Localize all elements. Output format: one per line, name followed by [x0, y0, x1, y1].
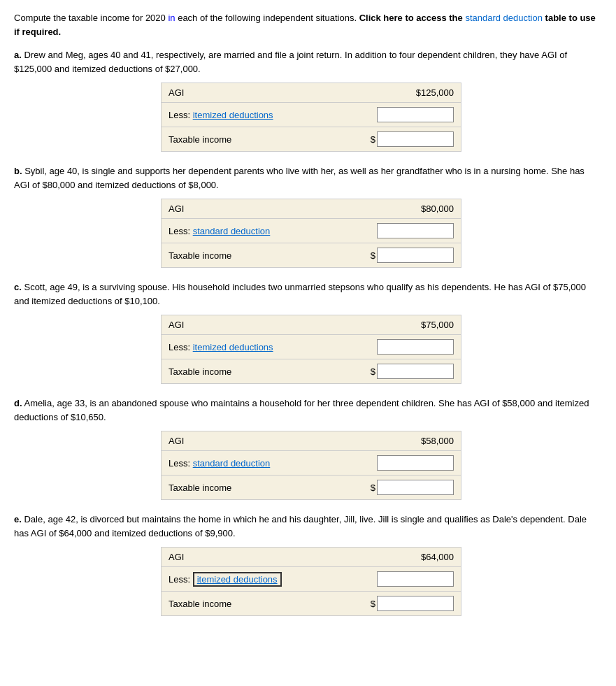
- problem-e-text: e. Dale, age 42, is divorced but maintai…: [14, 513, 602, 540]
- problem-e-agi-value: $64,000: [326, 548, 461, 567]
- problem-a-table: AGI $125,000 Less: itemized deductions T…: [161, 83, 461, 152]
- problem-e-deduction-box: itemized deductions: [193, 572, 282, 587]
- problem-c-text: c. Scott, age 49, is a surviving spouse.…: [14, 280, 602, 308]
- problem-a-text: a. Drew and Meg, ages 40 and 41, respect…: [14, 48, 602, 76]
- problem-e-dollar-wrapper: $: [333, 596, 454, 611]
- problem-b-less-input-cell: [326, 219, 461, 243]
- problem-a-taxable-label: Taxable income: [162, 127, 327, 152]
- problem-b-agi-row: AGI $80,000: [162, 199, 461, 219]
- problem-b-text: b. Sybil, age 40, is single and supports…: [14, 164, 602, 192]
- problem-e-table: AGI $64,000 Less: itemized deductions Ta…: [161, 547, 461, 616]
- problem-b-less-row: Less: standard deduction: [162, 219, 461, 243]
- problem-d-taxable-label: Taxable income: [162, 476, 327, 500]
- problem-e-label: e.: [14, 514, 22, 524]
- problem-e-agi-label: AGI: [162, 548, 327, 567]
- problem-a-dollar-sign: $: [371, 134, 375, 145]
- problem-d-table: AGI $58,000 Less: standard deduction Tax…: [161, 431, 461, 500]
- problem-e-taxable-input[interactable]: [377, 596, 454, 611]
- problem-d: d. Amelia, age 33, is an abandoned spous…: [14, 396, 602, 500]
- problem-b-taxable-input-cell: $: [326, 243, 461, 268]
- problem-c: c. Scott, age 49, is a surviving spouse.…: [14, 280, 602, 384]
- problem-e-dollar-sign: $: [371, 599, 375, 609]
- problem-c-taxable-row: Taxable income $: [162, 359, 461, 384]
- problem-d-less-row: Less: standard deduction: [162, 451, 461, 476]
- problem-e-taxable-label: Taxable income: [162, 592, 327, 616]
- problem-d-dollar-sign: $: [371, 483, 375, 493]
- problem-a-agi-label: AGI: [162, 83, 327, 103]
- problem-e-table-wrapper: AGI $64,000 Less: itemized deductions Ta…: [161, 547, 461, 616]
- problem-c-taxable-input[interactable]: [377, 364, 454, 379]
- problem-c-table: AGI $75,000 Less: itemized deductions Ta…: [161, 315, 461, 384]
- problem-a-table-wrapper: AGI $125,000 Less: itemized deductions T…: [161, 83, 461, 152]
- problem-d-deduction-link[interactable]: standard deduction: [193, 458, 271, 469]
- intro-year-highlight: in: [168, 13, 175, 23]
- problem-b-taxable-label: Taxable income: [162, 243, 327, 268]
- problem-c-deduction-link[interactable]: itemized deductions: [193, 342, 273, 352]
- problem-d-taxable-input-cell: $: [326, 476, 461, 500]
- problem-d-less-input[interactable]: [377, 455, 454, 471]
- problem-d-text: d. Amelia, age 33, is an abandoned spous…: [14, 396, 602, 424]
- problem-a-less-input[interactable]: [377, 107, 454, 122]
- problem-e-taxable-input-cell: $: [326, 592, 461, 616]
- problem-b-table-wrapper: AGI $80,000 Less: standard deduction Tax…: [161, 199, 461, 268]
- intro-text: Compute the taxable income for 2020 in e…: [14, 11, 602, 38]
- problem-c-agi-value: $75,000: [326, 315, 461, 335]
- problem-b-dollar-sign: $: [371, 250, 375, 261]
- problem-d-less-label: Less: standard deduction: [162, 451, 327, 476]
- problem-a-less-label: Less: itemized deductions: [162, 103, 327, 127]
- problem-a-less-row: Less: itemized deductions: [162, 103, 461, 127]
- problem-b-dollar-wrapper: $: [333, 248, 454, 263]
- problem-b-taxable-input[interactable]: [377, 248, 454, 263]
- problem-c-less-input-cell: [326, 335, 461, 359]
- problem-c-less-label: Less: itemized deductions: [162, 335, 327, 359]
- problem-b-table: AGI $80,000 Less: standard deduction Tax…: [161, 199, 461, 268]
- problem-b-deduction-link[interactable]: standard deduction: [193, 226, 271, 236]
- problem-d-agi-label: AGI: [162, 431, 327, 451]
- problem-a-less-input-cell: [326, 103, 461, 127]
- problem-b-label: b.: [14, 166, 22, 176]
- problem-d-taxable-row: Taxable income $: [162, 476, 461, 500]
- intro-mid: each of the following independent situat…: [176, 13, 466, 23]
- problem-a-label: a.: [14, 50, 22, 60]
- problem-a-taxable-input-cell: $: [326, 127, 461, 152]
- problem-c-dollar-wrapper: $: [333, 364, 454, 379]
- problem-a-deduction-link[interactable]: itemized deductions: [193, 110, 273, 120]
- problem-d-label: d.: [14, 398, 22, 408]
- problem-d-agi-row: AGI $58,000: [162, 431, 461, 451]
- problem-c-table-wrapper: AGI $75,000 Less: itemized deductions Ta…: [161, 315, 461, 384]
- problem-d-dollar-wrapper: $: [333, 480, 454, 495]
- problem-b-taxable-row: Taxable income $: [162, 243, 461, 268]
- problem-b: b. Sybil, age 40, is single and supports…: [14, 164, 602, 268]
- problem-e-less-input-cell: [326, 567, 461, 592]
- problem-e-deduction-link[interactable]: itemized deductions: [197, 574, 278, 585]
- problem-a-dollar-wrapper: $: [333, 131, 454, 147]
- problem-a: a. Drew and Meg, ages 40 and 41, respect…: [14, 48, 602, 152]
- intro-prefix: Compute the taxable income for 2020: [14, 13, 168, 23]
- problem-d-less-input-cell: [326, 451, 461, 476]
- problem-a-agi-value: $125,000: [326, 83, 461, 103]
- problem-d-agi-value: $58,000: [326, 431, 461, 451]
- problem-d-taxable-input[interactable]: [377, 480, 454, 495]
- problem-b-less-label: Less: standard deduction: [162, 219, 327, 243]
- problem-c-taxable-input-cell: $: [326, 359, 461, 384]
- problem-a-taxable-input[interactable]: [377, 131, 454, 147]
- problem-e-taxable-row: Taxable income $: [162, 592, 461, 616]
- problem-b-agi-label: AGI: [162, 199, 327, 219]
- problem-e: e. Dale, age 42, is divorced but maintai…: [14, 513, 602, 616]
- problem-a-taxable-row: Taxable income $: [162, 127, 461, 152]
- problem-c-taxable-label: Taxable income: [162, 359, 327, 384]
- problem-c-label: c.: [14, 282, 22, 292]
- problem-e-agi-row: AGI $64,000: [162, 548, 461, 567]
- problem-a-agi-row: AGI $125,000: [162, 83, 461, 103]
- problem-c-agi-row: AGI $75,000: [162, 315, 461, 335]
- problem-e-less-row: Less: itemized deductions: [162, 567, 461, 592]
- problem-d-table-wrapper: AGI $58,000 Less: standard deduction Tax…: [161, 431, 461, 500]
- problem-c-agi-label: AGI: [162, 315, 327, 335]
- problem-c-dollar-sign: $: [371, 366, 375, 377]
- problem-b-less-input[interactable]: [377, 223, 454, 238]
- problem-e-less-input[interactable]: [377, 571, 454, 587]
- problem-c-less-input[interactable]: [377, 339, 454, 355]
- problem-b-agi-value: $80,000: [326, 199, 461, 219]
- standard-deduction-link[interactable]: standard deduction: [465, 13, 543, 23]
- problem-c-less-row: Less: itemized deductions: [162, 335, 461, 359]
